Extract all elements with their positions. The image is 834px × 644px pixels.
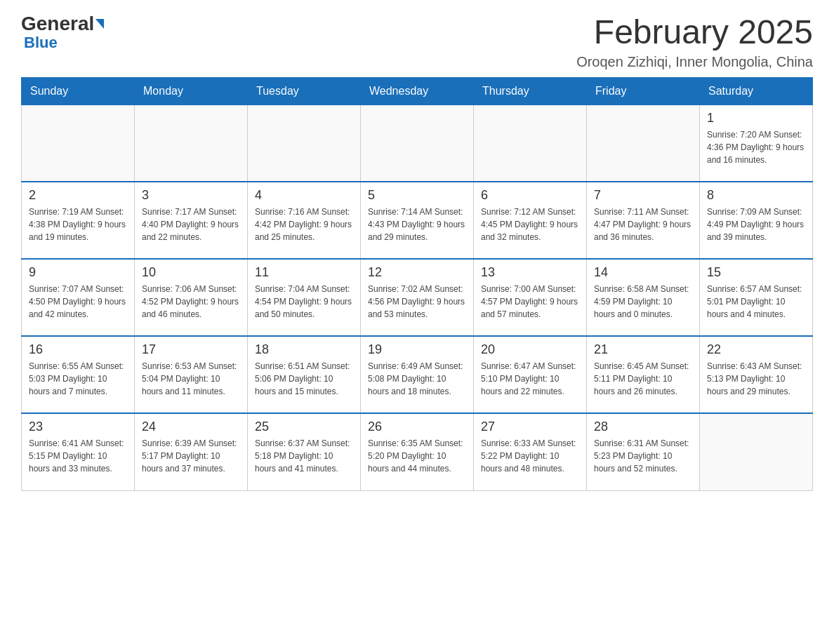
table-row: 18Sunrise: 6:51 AM Sunset: 5:06 PM Dayli… [248,336,361,413]
table-row: 14Sunrise: 6:58 AM Sunset: 4:59 PM Dayli… [587,259,700,336]
day-info: Sunrise: 7:16 AM Sunset: 4:42 PM Dayligh… [255,206,353,243]
logo-general: General [21,14,94,34]
day-number: 14 [594,265,692,280]
day-number: 25 [255,420,353,434]
table-row: 25Sunrise: 6:37 AM Sunset: 5:18 PM Dayli… [248,413,361,490]
day-info: Sunrise: 6:49 AM Sunset: 5:08 PM Dayligh… [368,360,466,398]
day-number: 22 [707,342,805,357]
day-number: 10 [142,265,240,280]
location: Oroqen Zizhiqi, Inner Mongolia, China [576,54,813,70]
calendar-week-row: 1Sunrise: 7:20 AM Sunset: 4:36 PM Daylig… [22,105,813,182]
table-row: 9Sunrise: 7:07 AM Sunset: 4:50 PM Daylig… [22,259,135,336]
day-number: 1 [707,111,805,126]
table-row [700,413,813,490]
table-row: 19Sunrise: 6:49 AM Sunset: 5:08 PM Dayli… [361,336,474,413]
logo: General Blue [21,14,104,52]
day-info: Sunrise: 6:37 AM Sunset: 5:18 PM Dayligh… [255,437,353,475]
page-header: General Blue February 2025 Oroqen Zizhiq… [21,14,813,70]
table-row: 24Sunrise: 6:39 AM Sunset: 5:17 PM Dayli… [135,413,248,490]
table-row [135,105,248,182]
day-info: Sunrise: 7:12 AM Sunset: 4:45 PM Dayligh… [481,206,579,243]
table-row: 26Sunrise: 6:35 AM Sunset: 5:20 PM Dayli… [361,413,474,490]
table-row: 23Sunrise: 6:41 AM Sunset: 5:15 PM Dayli… [22,413,135,490]
day-info: Sunrise: 6:51 AM Sunset: 5:06 PM Dayligh… [255,360,353,398]
day-info: Sunrise: 6:39 AM Sunset: 5:17 PM Dayligh… [142,437,240,475]
table-row: 13Sunrise: 7:00 AM Sunset: 4:57 PM Dayli… [474,259,587,336]
header-wednesday: Wednesday [361,77,474,105]
day-info: Sunrise: 7:17 AM Sunset: 4:40 PM Dayligh… [142,206,240,243]
day-number: 4 [255,188,353,203]
day-number: 3 [142,188,240,203]
table-row: 7Sunrise: 7:11 AM Sunset: 4:47 PM Daylig… [587,182,700,259]
day-info: Sunrise: 7:00 AM Sunset: 4:57 PM Dayligh… [481,283,579,321]
day-number: 26 [368,420,466,434]
table-row [474,105,587,182]
day-info: Sunrise: 7:02 AM Sunset: 4:56 PM Dayligh… [368,283,466,321]
day-number: 24 [142,420,240,434]
header-tuesday: Tuesday [248,77,361,105]
table-row [361,105,474,182]
day-info: Sunrise: 7:07 AM Sunset: 4:50 PM Dayligh… [29,283,127,321]
table-row: 12Sunrise: 7:02 AM Sunset: 4:56 PM Dayli… [361,259,474,336]
day-number: 12 [368,265,466,280]
header-thursday: Thursday [474,77,587,105]
table-row [22,105,135,182]
day-number: 19 [368,342,466,357]
day-number: 16 [29,342,127,357]
day-number: 8 [707,188,805,203]
title-section: February 2025 Oroqen Zizhiqi, Inner Mong… [576,14,813,70]
table-row: 3Sunrise: 7:17 AM Sunset: 4:40 PM Daylig… [135,182,248,259]
table-row: 17Sunrise: 6:53 AM Sunset: 5:04 PM Dayli… [135,336,248,413]
table-row: 22Sunrise: 6:43 AM Sunset: 5:13 PM Dayli… [700,336,813,413]
header-monday: Monday [135,77,248,105]
table-row: 15Sunrise: 6:57 AM Sunset: 5:01 PM Dayli… [700,259,813,336]
day-info: Sunrise: 6:53 AM Sunset: 5:04 PM Dayligh… [142,360,240,398]
table-row: 21Sunrise: 6:45 AM Sunset: 5:11 PM Dayli… [587,336,700,413]
table-row: 20Sunrise: 6:47 AM Sunset: 5:10 PM Dayli… [474,336,587,413]
day-info: Sunrise: 7:06 AM Sunset: 4:52 PM Dayligh… [142,283,240,321]
day-info: Sunrise: 6:45 AM Sunset: 5:11 PM Dayligh… [594,360,692,398]
calendar-week-row: 2Sunrise: 7:19 AM Sunset: 4:38 PM Daylig… [22,182,813,259]
day-number: 28 [594,420,692,434]
table-row: 11Sunrise: 7:04 AM Sunset: 4:54 PM Dayli… [248,259,361,336]
table-row: 28Sunrise: 6:31 AM Sunset: 5:23 PM Dayli… [587,413,700,490]
header-saturday: Saturday [700,77,813,105]
day-number: 18 [255,342,353,357]
day-info: Sunrise: 6:55 AM Sunset: 5:03 PM Dayligh… [29,360,127,398]
table-row: 1Sunrise: 7:20 AM Sunset: 4:36 PM Daylig… [700,105,813,182]
calendar-week-row: 16Sunrise: 6:55 AM Sunset: 5:03 PM Dayli… [22,336,813,413]
table-row: 6Sunrise: 7:12 AM Sunset: 4:45 PM Daylig… [474,182,587,259]
calendar-table: Sunday Monday Tuesday Wednesday Thursday… [21,77,813,491]
day-number: 11 [255,265,353,280]
table-row: 27Sunrise: 6:33 AM Sunset: 5:22 PM Dayli… [474,413,587,490]
day-info: Sunrise: 7:20 AM Sunset: 4:36 PM Dayligh… [707,128,805,166]
day-info: Sunrise: 7:04 AM Sunset: 4:54 PM Dayligh… [255,283,353,321]
table-row [248,105,361,182]
month-title: February 2025 [576,14,813,51]
day-info: Sunrise: 7:19 AM Sunset: 4:38 PM Dayligh… [29,206,127,243]
table-row [587,105,700,182]
day-info: Sunrise: 7:09 AM Sunset: 4:49 PM Dayligh… [707,206,805,243]
day-info: Sunrise: 6:41 AM Sunset: 5:15 PM Dayligh… [29,437,127,475]
header-sunday: Sunday [22,77,135,105]
day-number: 20 [481,342,579,357]
day-number: 7 [594,188,692,203]
day-info: Sunrise: 7:14 AM Sunset: 4:43 PM Dayligh… [368,206,466,243]
table-row: 5Sunrise: 7:14 AM Sunset: 4:43 PM Daylig… [361,182,474,259]
day-number: 23 [29,420,127,434]
day-number: 27 [481,420,579,434]
day-info: Sunrise: 6:31 AM Sunset: 5:23 PM Dayligh… [594,437,692,475]
day-number: 2 [29,188,127,203]
table-row: 2Sunrise: 7:19 AM Sunset: 4:38 PM Daylig… [22,182,135,259]
day-info: Sunrise: 6:43 AM Sunset: 5:13 PM Dayligh… [707,360,805,398]
logo-arrow-icon [95,19,104,29]
table-row: 8Sunrise: 7:09 AM Sunset: 4:49 PM Daylig… [700,182,813,259]
day-info: Sunrise: 6:47 AM Sunset: 5:10 PM Dayligh… [481,360,579,398]
logo-blue: Blue [24,34,58,52]
calendar-week-row: 23Sunrise: 6:41 AM Sunset: 5:15 PM Dayli… [22,413,813,490]
day-info: Sunrise: 7:11 AM Sunset: 4:47 PM Dayligh… [594,206,692,243]
day-number: 13 [481,265,579,280]
table-row: 16Sunrise: 6:55 AM Sunset: 5:03 PM Dayli… [22,336,135,413]
day-number: 9 [29,265,127,280]
table-row: 4Sunrise: 7:16 AM Sunset: 4:42 PM Daylig… [248,182,361,259]
